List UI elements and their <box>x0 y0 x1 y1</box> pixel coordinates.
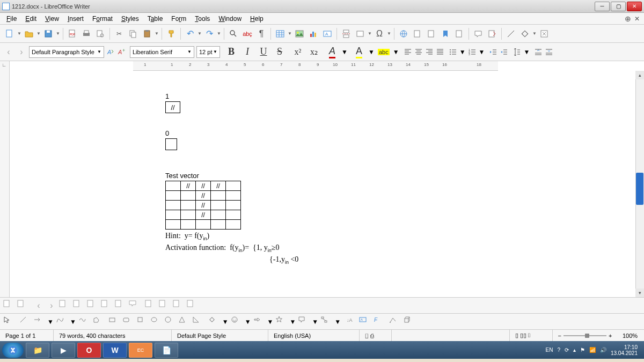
undo-dropdown[interactable]: ▼ <box>197 31 202 36</box>
tc-comment-button[interactable] <box>129 300 141 312</box>
redo-dropdown[interactable]: ▼ <box>217 31 221 36</box>
highlight-dropdown[interactable]: ▼ <box>393 48 399 56</box>
font-color-button[interactable]: A <box>325 45 339 59</box>
draw-functions-button[interactable] <box>538 27 551 40</box>
underline-button[interactable]: U <box>257 45 270 59</box>
table-button[interactable] <box>274 27 287 40</box>
highlight-button[interactable]: abc <box>377 45 391 59</box>
char-highlight-dropdown[interactable]: ▼ <box>368 48 375 56</box>
ellipse-tool-button[interactable] <box>150 316 162 328</box>
line-spacing-dropdown[interactable]: ▼ <box>523 48 530 56</box>
table-dropdown[interactable]: ▼ <box>288 31 292 36</box>
menu-view[interactable]: View <box>41 14 63 24</box>
status-words[interactable]: 79 words, 400 characters <box>54 330 172 341</box>
block-arrow-dropdown[interactable]: ▼ <box>267 318 274 326</box>
formatting-marks-button[interactable]: ¶ <box>255 27 268 40</box>
tray-network-icon[interactable]: 📶 <box>589 347 596 353</box>
tray-help-icon[interactable]: ? <box>557 347 560 353</box>
flowchart-tool-button[interactable] <box>320 316 332 328</box>
align-center-button[interactable] <box>414 48 423 56</box>
textbox-tool-button[interactable]: A <box>359 316 371 328</box>
ruler-horizontal[interactable]: 11234567891011121314151618 <box>133 61 498 71</box>
para-spacing-inc-button[interactable] <box>534 48 543 56</box>
document-area[interactable]: 11234567891011121314151618 1 // 0 Test v… <box>10 61 644 297</box>
tc-reject-all-button[interactable] <box>101 300 113 312</box>
symbol-dropdown[interactable]: ▼ <box>387 31 391 36</box>
font-name-select[interactable]: Liberation Serif ▼ <box>130 46 194 58</box>
tc-protect-button[interactable] <box>173 300 185 312</box>
status-view-icons[interactable]: ▯ ▯▯ ⃞ <box>510 330 553 341</box>
align-right-button[interactable] <box>425 48 434 56</box>
tc-manage-button[interactable] <box>115 300 127 312</box>
task-word[interactable]: W <box>103 343 127 358</box>
block-arrow-tool-button[interactable] <box>253 316 265 328</box>
tc-merge-button[interactable] <box>159 300 171 312</box>
italic-button[interactable]: I <box>240 45 254 59</box>
arrow-dropdown[interactable]: ▼ <box>47 318 54 326</box>
tray-clock[interactable]: 17:10 13.04.2021 <box>611 344 638 356</box>
menu-tools[interactable]: Tools <box>191 14 214 24</box>
spellcheck-button[interactable]: abç <box>241 27 254 40</box>
symbol-shapes-dropdown[interactable]: ▼ <box>245 318 251 326</box>
open-dropdown[interactable]: ▼ <box>36 31 41 36</box>
new-style-button[interactable]: A+ <box>117 48 126 56</box>
curve-tool-button[interactable] <box>56 316 68 328</box>
save-button[interactable] <box>42 27 55 40</box>
chart-button[interactable] <box>307 27 320 40</box>
tc-next-button[interactable]: › <box>46 300 57 311</box>
maximize-button[interactable]: ▢ <box>611 2 626 11</box>
freeform-tool-button[interactable] <box>78 316 90 328</box>
status-page-style[interactable]: Default Page Style <box>172 330 268 341</box>
number-dropdown[interactable]: ▼ <box>479 48 485 56</box>
tc-accept-all-button[interactable] <box>87 300 99 312</box>
tc-accept-button[interactable] <box>59 300 71 312</box>
align-justify-button[interactable] <box>436 48 444 56</box>
callout-tool-button[interactable] <box>298 316 310 328</box>
field-dropdown[interactable]: ▼ <box>368 31 372 36</box>
close-button[interactable]: ✕ <box>627 2 642 11</box>
task-media[interactable]: ▶ <box>52 343 75 358</box>
zoom-slider[interactable]: −+ <box>553 333 617 339</box>
points-edit-button[interactable] <box>389 316 401 328</box>
align-left-button[interactable] <box>404 48 412 56</box>
cut-button[interactable]: ✂ <box>113 27 126 40</box>
line-tool-button[interactable] <box>19 316 31 328</box>
feedback-icon[interactable]: ⊕ <box>625 14 631 23</box>
indent-dec-button[interactable] <box>500 48 508 56</box>
tc-show-button[interactable] <box>3 300 15 312</box>
textbox-button[interactable]: A <box>321 27 334 40</box>
scroll-thumb[interactable] <box>636 173 643 205</box>
open-button[interactable] <box>23 27 35 40</box>
square-tool-button[interactable] <box>136 316 148 328</box>
undo-button[interactable]: ↶ <box>184 27 196 40</box>
strike-button[interactable]: S <box>273 45 287 59</box>
bullet-dropdown[interactable]: ▼ <box>459 48 466 56</box>
task-ec[interactable]: EC <box>129 343 152 358</box>
font-color-dropdown[interactable]: ▼ <box>341 48 348 56</box>
page-break-button[interactable] <box>340 27 353 40</box>
font-size-select[interactable]: 12 pt ▼ <box>196 46 220 58</box>
hyperlink-button[interactable] <box>397 27 410 40</box>
task-opera[interactable]: O <box>77 343 101 358</box>
flowchart-dropdown[interactable]: ▼ <box>334 318 341 326</box>
save-dropdown[interactable]: ▼ <box>56 31 60 36</box>
polygon-tool-button[interactable] <box>92 316 104 328</box>
smiley-tool-button[interactable] <box>231 316 243 328</box>
select-tool-button[interactable] <box>3 316 15 328</box>
crossref-button[interactable] <box>453 27 466 40</box>
vertical-text-button[interactable]: ↓A <box>345 316 357 328</box>
paste-dropdown[interactable]: ▼ <box>155 31 159 36</box>
menu-form[interactable]: Form <box>167 14 191 24</box>
menu-help[interactable]: Help <box>246 14 268 24</box>
callout-dropdown[interactable]: ▼ <box>312 318 318 326</box>
bookmark-button[interactable] <box>439 27 452 40</box>
triangle-tool-button[interactable] <box>178 316 190 328</box>
fontwork-button[interactable]: F <box>373 316 385 328</box>
menu-table[interactable]: Table <box>143 14 167 24</box>
nav-back-button[interactable]: ‹ <box>3 47 14 57</box>
tc-prev-button[interactable]: ‹ <box>33 300 44 311</box>
basic-shapes-dropdown[interactable]: ▼ <box>222 318 229 326</box>
rect-tool-button[interactable] <box>108 316 120 328</box>
scroll-up-icon[interactable]: ▴ <box>635 71 644 79</box>
arrow-tool-button[interactable] <box>33 316 45 328</box>
